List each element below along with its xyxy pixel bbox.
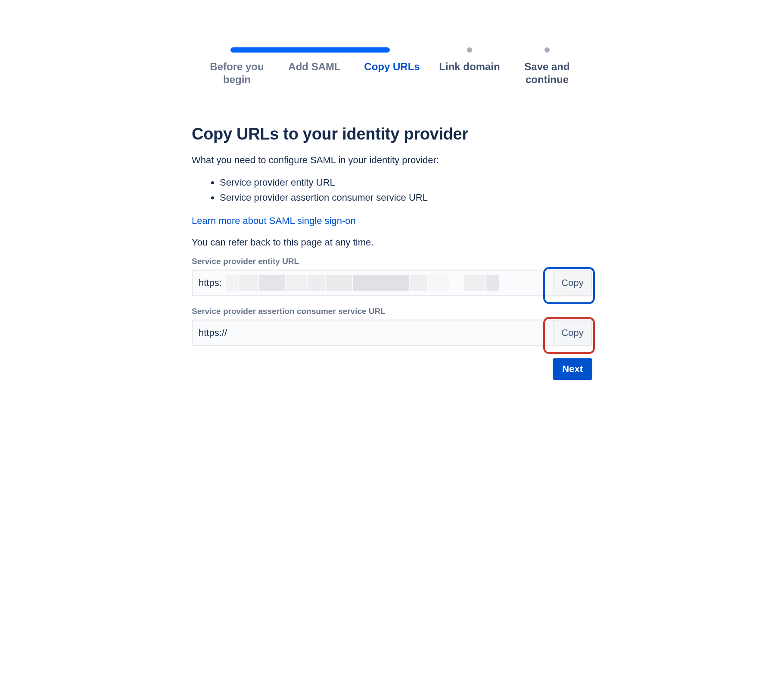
acs-url-input[interactable] [192, 320, 554, 346]
step-before-you-begin[interactable]: Before you begin [198, 47, 276, 86]
copy-acs-url-button[interactable]: Copy [554, 320, 592, 346]
requirements-list: Service provider entity URL Service prov… [192, 175, 592, 205]
entity-url-label: Service provider entity URL [192, 257, 592, 266]
next-button[interactable]: Next [553, 358, 592, 380]
acs-url-label: Service provider assertion consumer serv… [192, 307, 592, 316]
entity-url-input[interactable]: https: [192, 270, 554, 296]
page-title: Copy URLs to your identity provider [192, 125, 592, 143]
list-item: Service provider assertion consumer serv… [220, 190, 592, 205]
refer-back-text: You can refer back to this page at any t… [192, 237, 592, 248]
wizard-stepper: Before you begin Add SAML Copy URLs Link… [192, 47, 592, 86]
intro-text: What you need to configure SAML in your … [192, 154, 592, 167]
step-copy-urls[interactable]: Copy URLs [353, 47, 431, 86]
step-add-saml[interactable]: Add SAML [276, 47, 353, 86]
copy-entity-url-button[interactable]: Copy [554, 270, 592, 296]
learn-more-link[interactable]: Learn more about SAML single sign-on [192, 215, 356, 227]
step-save-and-continue[interactable]: Save and continue [508, 47, 586, 86]
step-link-domain[interactable]: Link domain [431, 47, 508, 86]
list-item: Service provider entity URL [220, 175, 592, 190]
